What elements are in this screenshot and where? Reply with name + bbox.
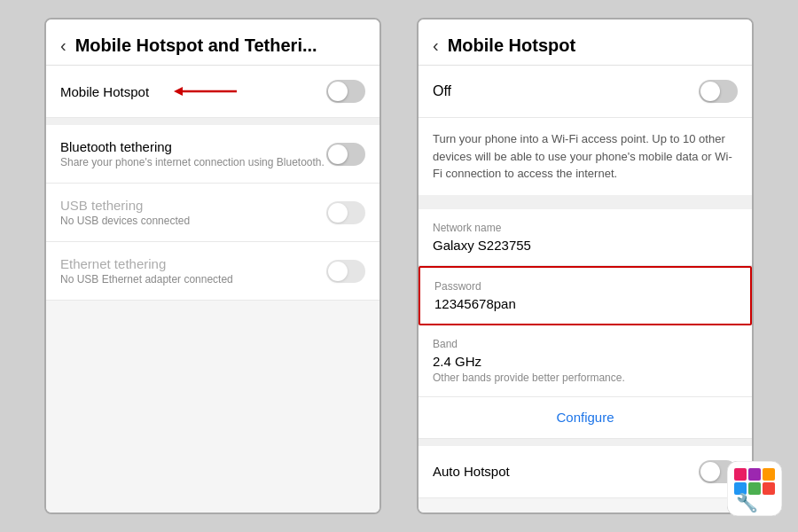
bluetooth-tethering-label: Bluetooth tethering: [60, 139, 326, 154]
bluetooth-tethering-toggle[interactable]: [326, 143, 365, 166]
password-value: 12345678pan: [434, 296, 736, 311]
tool-icon-container: 🔧: [727, 461, 782, 516]
network-name-block[interactable]: Network name Galaxy S223755: [419, 209, 752, 266]
main-wrapper: ‹ Mobile Hotspot and Tetheri... Mobile H…: [0, 0, 798, 532]
band-value: 2.4 GHz: [433, 354, 738, 369]
band-sublabel: Other bands provide better performance.: [433, 372, 738, 384]
auto-hotspot-text: Auto Hotspot: [433, 464, 699, 479]
ethernet-tethering-sublabel: No USB Ethernet adapter connected: [60, 273, 326, 286]
mobile-hotspot-toggle-knob: [328, 82, 348, 101]
left-back-button[interactable]: ‹: [60, 35, 66, 56]
tool-icon-svg: 🔧: [727, 461, 782, 516]
mobile-hotspot-item[interactable]: Mobile Hotspot: [46, 66, 379, 118]
svg-marker-1: [174, 87, 183, 96]
left-phone-frame: ‹ Mobile Hotspot and Tetheri... Mobile H…: [44, 18, 381, 514]
ethernet-tethering-item: Ethernet tethering No USB Ethernet adapt…: [46, 242, 379, 301]
configure-link[interactable]: Configure: [556, 410, 614, 425]
ethernet-tethering-label: Ethernet tethering: [60, 256, 326, 271]
network-name-value: Galaxy S223755: [433, 238, 738, 253]
network-name-label: Network name: [433, 222, 738, 234]
auto-hotspot-knob: [700, 462, 720, 481]
usb-tethering-knob: [328, 203, 348, 223]
mobile-hotspot-toggle[interactable]: [326, 80, 365, 103]
usb-tethering-text: USB tethering No USB devices connected: [60, 198, 326, 227]
arrow-annotation: [170, 81, 241, 102]
description-text: Turn your phone into a Wi-Fi access poin…: [433, 130, 738, 183]
right-header-title: Mobile Hotspot: [448, 35, 575, 56]
gap-1: [46, 118, 379, 125]
hotspot-status-toggle[interactable]: [699, 80, 738, 103]
ethernet-tethering-toggle: [326, 260, 365, 283]
configure-block[interactable]: Configure: [419, 397, 752, 439]
bluetooth-tethering-text: Bluetooth tethering Share your phone's i…: [60, 139, 326, 168]
password-block[interactable]: Password 12345678pan: [419, 266, 752, 325]
svg-rect-4: [748, 468, 761, 481]
bluetooth-tethering-sublabel: Share your phone's internet connection u…: [60, 156, 326, 168]
ethernet-tethering-text: Ethernet tethering No USB Ethernet adapt…: [60, 256, 326, 286]
right-back-button[interactable]: ‹: [433, 35, 439, 56]
bluetooth-tethering-item[interactable]: Bluetooth tethering Share your phone's i…: [46, 125, 379, 184]
red-arrow-svg: [170, 81, 241, 102]
band-label: Band: [433, 338, 738, 350]
ethernet-tethering-knob: [328, 262, 348, 281]
auto-hotspot-label: Auto Hotspot: [433, 464, 699, 479]
gap-2: [419, 202, 752, 209]
left-content: Mobile Hotspot Bluetooth tethering: [46, 66, 379, 512]
left-header: ‹ Mobile Hotspot and Tetheri...: [46, 20, 379, 66]
right-header: ‹ Mobile Hotspot: [419, 20, 752, 66]
band-block[interactable]: Band 2.4 GHz Other bands provide better …: [419, 325, 752, 397]
svg-text:🔧: 🔧: [736, 492, 758, 513]
svg-rect-8: [763, 482, 775, 495]
svg-rect-5: [763, 468, 775, 481]
password-label: Password: [434, 280, 736, 293]
usb-tethering-toggle: [326, 201, 365, 224]
usb-tethering-label: USB tethering: [60, 198, 326, 213]
right-content: Off Turn your phone into a Wi-Fi access …: [419, 66, 752, 512]
hotspot-status-knob: [700, 82, 720, 101]
status-label: Off: [433, 83, 451, 99]
svg-rect-3: [734, 468, 747, 481]
gap-3: [419, 439, 752, 446]
usb-tethering-sublabel: No USB devices connected: [60, 215, 326, 227]
auto-hotspot-item[interactable]: Auto Hotspot: [419, 446, 752, 498]
left-header-title: Mobile Hotspot and Tetheri...: [75, 35, 317, 56]
right-phone-frame: ‹ Mobile Hotspot Off Turn your phone int…: [417, 18, 754, 514]
description-block: Turn your phone into a Wi-Fi access poin…: [419, 118, 752, 202]
usb-tethering-item: USB tethering No USB devices connected: [46, 184, 379, 242]
status-row: Off: [419, 66, 752, 118]
bluetooth-tethering-knob: [328, 145, 348, 164]
